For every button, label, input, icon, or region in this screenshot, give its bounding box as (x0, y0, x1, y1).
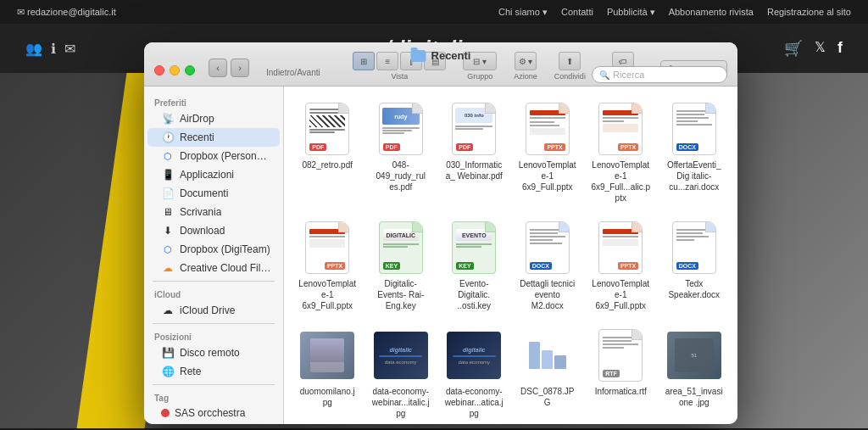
download-icon: ⬇ (161, 224, 175, 237)
file-thumb: EVENTO KEY (447, 221, 501, 275)
traffic-lights (154, 65, 195, 82)
file-name: data-economy-webinar...atica.jpg (444, 386, 504, 419)
file-name: LenovoTemplate-1 6x9_Full.pptx (591, 278, 651, 311)
sidebar-item-dropbox-personal[interactable]: ⬡ Dropbox (Personale) (147, 147, 280, 165)
file-item[interactable]: rudy PDF 048-049_rudy_rul es.pdf (368, 97, 435, 209)
action-button[interactable]: ⚙ ▾ (515, 52, 537, 70)
dropbox-digiteam-icon: ⬡ (161, 243, 175, 256)
finder-title: Recenti (431, 49, 471, 62)
file-grid: PDF 082_retro.pdf rudy (284, 87, 737, 424)
file-item[interactable]: PPTX LenovoTemplate-1 6x9_Full.pptx (294, 215, 361, 316)
file-item[interactable]: DOCX Tedx Speaker.docx (661, 215, 728, 316)
forward-button[interactable]: › (231, 59, 249, 77)
icloud-section: iCloud (144, 285, 283, 301)
finder-title-bar: ‹ › Indietro/Avanti ⊞ ≡ ⫿ ▤ Vista ⊟ ▾ Gr… (144, 42, 737, 87)
sidebar-item-tag-digitalic[interactable]: Digitalic_n_80_cyber... (147, 422, 280, 424)
file-item[interactable]: 51 area_51_invasione .jpg (661, 323, 728, 424)
sidebar-item-applicazioni[interactable]: 📱 Applicazioni (147, 165, 280, 184)
finder-title-center: Recenti (411, 49, 471, 62)
file-name: LenovoTemplate-1 6x9_Full.pptx (298, 278, 358, 311)
mail-icon: ✉ (64, 41, 75, 57)
file-thumb: DIGITALIC KEY (374, 221, 428, 275)
tag-sas-label: SAS orcchestra (175, 407, 245, 419)
search-icon: 🔍 (599, 70, 609, 80)
creative-cloud-icon: ☁ (161, 261, 175, 275)
file-item[interactable]: DOCX OffertaEventi_Dig italic-cu...zari.… (661, 97, 728, 209)
file-thumb: digitalic data economy (447, 328, 501, 383)
file-name: LenovoTemplate-1 6x9_Full.pptx (518, 159, 578, 193)
file-item[interactable]: duomomilano.jpg (294, 323, 361, 424)
file-thumb (300, 328, 354, 383)
sidebar-item-tag-sas[interactable]: SAS orcchestra (147, 405, 280, 422)
sidebar-item-icloud[interactable]: ☁ iCloud Drive (147, 301, 280, 320)
preferiti-section: Preferiti (144, 93, 283, 109)
sidebar-item-scrivania[interactable]: 🖥 Scrivania (147, 203, 280, 221)
dropbox-digiteam-label: Dropbox (DigiTeam) (180, 243, 270, 255)
file-name: Tedx Speaker.docx (665, 278, 725, 300)
site-left-icons: 👥 ℹ ✉ (25, 41, 75, 57)
sidebar-item-disco-remoto[interactable]: 💾 Disco remoto (147, 343, 280, 362)
file-item[interactable]: DOCX Dettagli tecnici evento M2.docx (515, 215, 581, 316)
scrivania-icon: 🖥 (161, 205, 175, 219)
sidebar-item-recenti[interactable]: 🕐 Recenti (147, 128, 280, 147)
share-button[interactable]: ⬆ (559, 52, 581, 70)
minimize-button[interactable] (170, 65, 180, 75)
file-thumb: DOCX (667, 102, 721, 156)
finder-sidebar: Preferiti 📡 AirDrop 🕐 Recenti ⬡ Dropbox … (144, 87, 284, 424)
sidebar-item-dropbox-digiteam[interactable]: ⬡ Dropbox (DigiTeam) (147, 240, 280, 259)
file-name: LenovoTemplate-1 6x9_Full...alic.pptx (591, 159, 651, 204)
condividi-label: Condividi (554, 72, 586, 81)
file-thumb: PPTX (520, 102, 575, 156)
divider-3 (153, 384, 275, 385)
file-item[interactable]: DIGITALIC KEY Digitalic-Events- Rai-Eng.… (368, 215, 435, 316)
sidebar-item-documenti[interactable]: 📄 Documenti (147, 184, 280, 203)
file-item[interactable]: digitalic data economy data-economy-webi… (368, 323, 435, 424)
toolbar-share-group: ⬆ Condividi (554, 52, 586, 81)
file-thumb: PPTX (593, 102, 648, 156)
fullscreen-button[interactable] (185, 65, 195, 75)
applicazioni-icon: 📱 (161, 168, 175, 181)
file-name: 030_Informatica_ Webinar.pdf (444, 159, 504, 181)
sidebar-item-rete[interactable]: 🌐 Rete (147, 362, 280, 381)
sidebar-item-creative-cloud[interactable]: ☁ Creative Cloud Files (147, 259, 280, 277)
file-name: Evento-Digitalic. ..osti.key (444, 278, 504, 311)
documenti-icon: 📄 (161, 187, 175, 200)
icon-view-button[interactable]: ⊞ (353, 52, 375, 70)
file-item[interactable]: RTF Informatica.rtf (587, 323, 654, 424)
search-bar[interactable]: 🔍 Ricerca (592, 66, 727, 83)
list-view-button[interactable]: ≡ (376, 52, 398, 70)
vista-label: Vista (391, 72, 408, 81)
site-email: ✉ redazione@digitalic.it (17, 7, 116, 18)
nav-buttons: ‹ › (209, 59, 249, 82)
twitter-icon: 𝕏 (815, 39, 826, 58)
file-item[interactable]: digitalic data economy data-economy-webi… (441, 323, 508, 424)
file-item[interactable]: EVENTO KEY Evento-Digitalic. ..osti.key (441, 215, 508, 316)
airdrop-label: AirDrop (180, 113, 214, 125)
icloud-label: iCloud Drive (180, 304, 235, 316)
search-placeholder: Ricerca (613, 70, 644, 80)
file-item[interactable]: PPTX LenovoTemplate-1 6x9_Full...alic.pp… (587, 97, 654, 209)
file-item[interactable]: DSC_0878.JPG (515, 323, 581, 424)
site-nav-links: Chi siamo ▾ Contatti Pubblicità ▾ Abbona… (498, 7, 851, 18)
file-name: OffertaEventi_Dig italic-cu...zari.docx (665, 159, 725, 193)
finder-window: ‹ › Indietro/Avanti ⊞ ≡ ⫿ ▤ Vista ⊟ ▾ Gr… (144, 42, 737, 424)
file-thumb: PPTX (300, 221, 354, 275)
people-icon: 👥 (25, 41, 42, 57)
tag-dot-red (161, 409, 170, 417)
applicazioni-label: Applicazioni (180, 169, 234, 181)
dropbox-personal-label: Dropbox (Personale) (180, 150, 271, 162)
disco-remoto-icon: 💾 (161, 346, 175, 360)
sidebar-item-download[interactable]: ⬇ Download (147, 221, 280, 240)
close-button[interactable] (154, 65, 164, 75)
back-button[interactable]: ‹ (209, 59, 227, 77)
sidebar-item-airdrop[interactable]: 📡 AirDrop (147, 109, 280, 128)
file-item[interactable]: PPTX LenovoTemplate-1 6x9_Full.pptx (587, 215, 654, 316)
file-name: Digitalic-Events- Rai-Eng.key (371, 278, 431, 311)
file-item[interactable]: 030 info PDF 030_Informatica_ Webinar.pd… (441, 97, 508, 209)
gruppo-label: Gruppo (467, 72, 492, 81)
file-item[interactable]: PPTX LenovoTemplate-1 6x9_Full.pptx (515, 97, 581, 209)
file-item[interactable]: PDF 082_retro.pdf (294, 97, 361, 209)
file-name: Informatica.rtf (595, 386, 647, 397)
rete-label: Rete (180, 366, 201, 377)
file-name: 048-049_rudy_rul es.pdf (371, 159, 431, 193)
